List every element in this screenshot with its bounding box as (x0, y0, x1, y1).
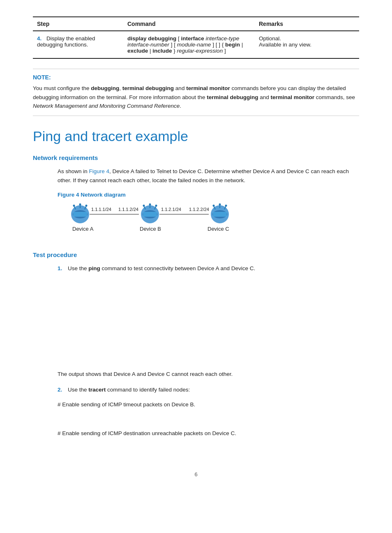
page-title: Ping and tracert example (33, 128, 359, 144)
output-description: The output shows that Device A and Devic… (58, 370, 359, 379)
svg-point-19 (149, 204, 151, 206)
svg-rect-26 (213, 212, 227, 217)
device-b-label: Device B (140, 226, 161, 232)
network-requirements-heading: Network requirements (33, 154, 359, 161)
figure-label: Figure 4 Network diagram (58, 192, 359, 198)
svg-text:1.1.1.2/24: 1.1.1.2/24 (118, 207, 138, 212)
step-number: 4. (37, 35, 42, 42)
step-command: display debugging [ interface interface-… (123, 31, 255, 58)
proc-num-1: 1. (58, 265, 62, 271)
svg-point-32 (225, 205, 227, 207)
code-block-placeholder-2 (33, 409, 359, 426)
network-requirements-para: As shown in Figure 4, Device A failed to… (58, 167, 359, 185)
proc-text-1: Use the ping command to test connectivit… (68, 265, 255, 271)
page-number: 6 (33, 471, 359, 477)
proc-num-2: 2. (58, 387, 62, 393)
svg-point-6 (73, 205, 75, 207)
test-procedure-heading: Test procedure (33, 251, 359, 258)
svg-point-7 (79, 204, 81, 206)
sub-item-2: # Enable sending of ICMP destination unr… (58, 429, 359, 438)
svg-rect-2 (73, 212, 87, 217)
table-row: 4. Display the enabled debugging functio… (33, 31, 359, 58)
table-header-remarks: Remarks (255, 17, 359, 31)
table-header-command: Command (123, 17, 255, 31)
note-section: NOTE: You must configure the debugging, … (33, 69, 359, 116)
step-description: Display the enabled debugging functions. (37, 35, 95, 48)
network-diagram-svg: 1.1.1.1/24 1.1.1.2/24 1.1.2.1/24 1.1.2.2… (58, 202, 271, 239)
test-procedure-section: Test procedure 1. Use the ping command t… (33, 251, 359, 454)
device-a-label: Device A (72, 226, 94, 232)
code-block-placeholder (33, 279, 359, 370)
note-text: You must configure the debugging, termin… (33, 84, 359, 111)
svg-rect-14 (143, 212, 157, 217)
sub-item-1: # Enable sending of ICMP timeout packets… (58, 400, 359, 409)
svg-point-18 (143, 205, 145, 207)
figure-link[interactable]: Figure 4 (89, 168, 110, 174)
proc-text-2: Use the tracert command to identify fail… (68, 387, 190, 393)
procedure-item-1: 1. Use the ping command to test connecti… (58, 264, 359, 273)
network-diagram: 1.1.1.1/24 1.1.1.2/24 1.1.2.1/24 1.1.2.2… (58, 202, 359, 239)
network-requirements-section: Network requirements As shown in Figure … (33, 154, 359, 239)
svg-text:1.1.2.1/24: 1.1.2.1/24 (161, 207, 181, 212)
table-header-step: Step (33, 17, 123, 31)
svg-point-8 (85, 205, 88, 207)
svg-point-20 (155, 205, 157, 207)
command-table: Step Command Remarks 4. Display the enab… (33, 16, 359, 59)
code-block-placeholder-3 (33, 438, 359, 455)
svg-point-31 (219, 204, 221, 206)
procedure-item-2: 2. Use the tracert command to identify f… (58, 385, 359, 394)
svg-text:1.1.1.1/24: 1.1.1.1/24 (91, 207, 111, 212)
svg-point-30 (213, 205, 215, 207)
step-remarks: Optional. Available in any view. (255, 31, 359, 58)
note-label: NOTE: (33, 74, 359, 81)
svg-text:1.1.2.2/24: 1.1.2.2/24 (189, 207, 209, 212)
device-c-label: Device C (208, 226, 229, 232)
